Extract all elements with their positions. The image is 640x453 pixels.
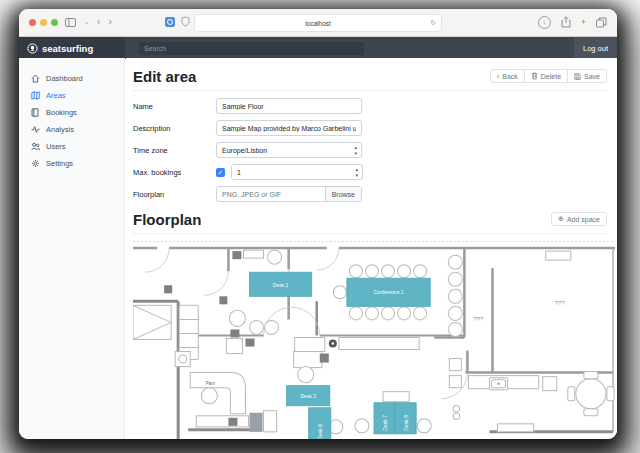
sidebar: Dashboard Areas Bookings Analysis [19, 58, 125, 439]
page-toolbar: ‹ Back Delete Save [490, 69, 607, 83]
close-window-button[interactable] [29, 19, 36, 26]
share-icon[interactable] [561, 16, 571, 28]
zoom-window-button[interactable] [51, 19, 58, 26]
search-input[interactable] [139, 42, 364, 55]
delete-button[interactable]: Delete [524, 69, 568, 83]
max-bookings-input[interactable]: 1 ▴▾ [231, 164, 363, 180]
logout-button[interactable]: Log out [574, 37, 617, 59]
map-icon [31, 91, 40, 100]
space-desk-1[interactable]: Desk 1 [249, 272, 311, 296]
space-desk-6[interactable]: Desk 6 [309, 408, 331, 439]
minimize-window-button[interactable] [40, 19, 47, 26]
floorplan-svg: Desk 1 Conference 1 Desk 2 Desk 6 [133, 241, 615, 439]
max-bookings-checkbox[interactable]: ✓ [216, 168, 225, 177]
brand[interactable]: seatsurfing [19, 37, 125, 59]
browser-back-button[interactable]: ‹ [97, 14, 100, 30]
sidebar-item-settings[interactable]: Settings [19, 155, 124, 172]
sidebar-toggle-icon[interactable] [65, 18, 76, 27]
brand-label: seatsurfing [42, 43, 93, 54]
browser-forward-button[interactable]: › [108, 14, 111, 30]
annotation-unknown-2: ??? [555, 300, 566, 306]
svg-text:Desk 2: Desk 2 [300, 393, 316, 399]
screenshot-stage: ⌄ ‹ › localhost ↻ ↓ + [0, 0, 640, 453]
floorplan-canvas[interactable]: Desk 1 Conference 1 Desk 2 Desk 6 [133, 241, 615, 439]
floorplan-section-title: Floorplan [133, 211, 201, 228]
svg-text:Desk 1: Desk 1 [273, 282, 289, 288]
app-navbar: seatsurfing Log out [19, 37, 617, 59]
number-stepper-icon[interactable]: ▴▾ [355, 166, 358, 178]
select-arrows-icon: ▴▾ [354, 144, 357, 156]
url-text: localhost [305, 20, 331, 27]
divider [133, 233, 607, 234]
sidebar-item-label: Analysis [46, 125, 74, 134]
divider [133, 90, 607, 91]
sidebar-item-label: Settings [46, 159, 73, 168]
back-button[interactable]: ‹ Back [490, 69, 525, 83]
sidebar-item-analysis[interactable]: Analysis [19, 121, 124, 138]
users-icon [31, 142, 40, 151]
sidebar-item-bookings[interactable]: Bookings [19, 104, 124, 121]
sidebar-item-areas[interactable]: Areas [19, 87, 124, 104]
sidebar-item-dashboard[interactable]: Dashboard [19, 70, 124, 87]
window-controls [29, 19, 58, 26]
shield-icon[interactable] [181, 16, 190, 27]
add-space-icon: ⊕ [558, 215, 564, 223]
timezone-select[interactable]: Europe/Lisbon ▴▾ [216, 142, 362, 158]
sidebar-item-users[interactable]: Users [19, 138, 124, 155]
space-desk-7[interactable]: Desk 7 [374, 403, 395, 434]
sidebar-item-label: Areas [46, 91, 66, 100]
address-bar[interactable]: localhost ↻ [194, 14, 442, 32]
gear-icon [31, 159, 40, 168]
chevron-down-icon[interactable]: ⌄ [84, 14, 89, 30]
floorplan-file-input[interactable]: PNG, JPEG or GIF Browse [216, 186, 362, 202]
tab-overview-icon[interactable] [596, 17, 607, 28]
home-icon [31, 74, 40, 83]
browser-window: ⌄ ‹ › localhost ↻ ↓ + [19, 9, 617, 439]
save-icon [574, 73, 581, 80]
svg-text:Desk 8: Desk 8 [403, 415, 409, 431]
main-content: Edit area ‹ Back Delete [126, 58, 617, 439]
timezone-value: Europe/Lisbon [222, 147, 267, 154]
annotation-pam: Pam [206, 381, 216, 386]
new-tab-icon[interactable]: + [581, 14, 586, 30]
activity-icon [31, 125, 40, 134]
floorplan-label: Floorplan [133, 190, 216, 199]
add-space-button[interactable]: ⊕ Add space [551, 212, 607, 226]
back-chevron-icon: ‹ [497, 73, 499, 80]
sidebar-item-label: Dashboard [46, 74, 83, 83]
description-input[interactable] [216, 120, 362, 136]
annotation-unknown-1: ??? [473, 316, 484, 322]
svg-text:Desk 7: Desk 7 [382, 415, 388, 431]
browse-button[interactable]: Browse [325, 187, 361, 201]
extension-icon[interactable] [165, 17, 175, 27]
sidebar-item-label: Bookings [46, 108, 77, 117]
space-desk-8[interactable]: Desk 8 [395, 403, 416, 434]
seatsurfing-logo-icon [27, 43, 38, 54]
trash-icon [531, 72, 538, 80]
timezone-label: Time zone [133, 146, 216, 155]
space-desk-2[interactable]: Desk 2 [287, 386, 330, 406]
max-bookings-value: 1 [237, 169, 241, 176]
download-icon[interactable]: ↓ [538, 16, 551, 29]
name-label: Name [133, 102, 216, 111]
save-button[interactable]: Save [567, 69, 607, 83]
sidebar-item-label: Users [46, 142, 66, 151]
name-input[interactable] [216, 98, 362, 114]
space-conference-1[interactable]: Conference 1 [347, 278, 430, 306]
max-bookings-label: Max. bookings [133, 168, 216, 177]
description-label: Description [133, 124, 216, 133]
page-title: Edit area [133, 68, 196, 85]
svg-text:Conference 1: Conference 1 [373, 289, 403, 295]
file-placeholder: PNG, JPEG or GIF [217, 191, 325, 198]
browser-chrome: ⌄ ‹ › localhost ↻ ↓ + [19, 9, 617, 37]
refresh-icon[interactable]: ↻ [430, 19, 436, 27]
book-icon [31, 108, 40, 117]
svg-text:Desk 6: Desk 6 [317, 424, 323, 439]
